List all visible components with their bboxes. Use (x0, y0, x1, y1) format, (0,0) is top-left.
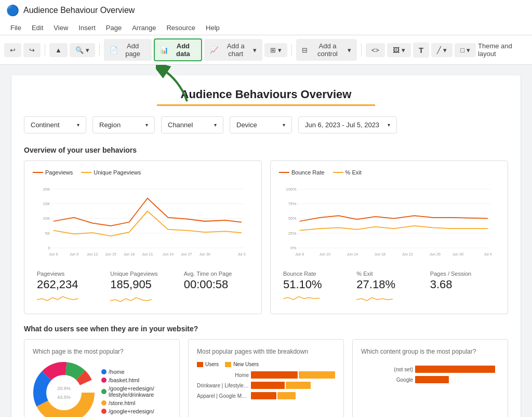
chart-chevron-icon: ▾ (253, 46, 257, 54)
legend-basket: /basket.html (101, 377, 154, 383)
exit-legend-label: % Exit (345, 169, 362, 176)
pageviews-chart-card: Pageviews Unique Pageviews 2 (24, 160, 262, 314)
svg-text:Jun 26: Jun 26 (430, 252, 441, 256)
pageviews-legend-item: Pageviews (33, 169, 73, 176)
svg-text:Jun 27: Jun 27 (181, 252, 192, 256)
svg-text:Jun 6: Jun 6 (295, 252, 304, 256)
new-users-legend-label: New Users (233, 361, 259, 367)
line-chevron-icon: ▾ (443, 46, 447, 54)
exit-metric-label: % Exit (356, 271, 421, 277)
svg-text:Jun 18: Jun 18 (375, 252, 385, 256)
svg-text:Jun 24: Jun 24 (163, 252, 174, 256)
legend-store: /store.html (101, 400, 154, 406)
svg-text:15K: 15K (43, 201, 50, 206)
pageviews-metric-label: Pageviews (37, 271, 102, 277)
avg-time-metric-label: Avg. Time on Page (184, 271, 249, 277)
menu-item-view[interactable]: View (49, 22, 72, 34)
google-label: /google+redesign/ (109, 408, 154, 414)
app-title: Audience Behaviour Overview (23, 6, 135, 15)
zoom-button[interactable]: 🔍 ▾ (70, 43, 95, 57)
image-button[interactable]: 🖼 ▾ (387, 43, 411, 57)
add-control-button[interactable]: ⊟ Add a control ▾ (296, 39, 357, 61)
text-button[interactable]: T (413, 43, 429, 58)
donut-area: 20.9% 43.5% /home /basket.html (33, 361, 171, 417)
svg-text:10K: 10K (43, 216, 50, 221)
menu-item-insert[interactable]: Insert (74, 22, 100, 34)
image-icon: 🖼 (393, 46, 400, 54)
continent-chevron-icon: ▾ (77, 122, 79, 128)
svg-text:25%: 25% (288, 231, 297, 236)
undo-button[interactable]: ↩ (4, 43, 21, 57)
svg-text:Jun 9: Jun 9 (70, 252, 78, 256)
channel-chevron-icon: ▾ (214, 122, 217, 128)
popular-pages-legend: Users New Users (197, 361, 335, 367)
menu-item-help[interactable]: Help (202, 22, 224, 34)
menu-item-page[interactable]: Page (102, 22, 126, 34)
svg-text:Jul 3: Jul 3 (237, 252, 245, 256)
add-data-button[interactable]: 📊 Add data (154, 38, 203, 61)
app-icon: 🔵 (6, 4, 19, 17)
exit-legend-item: % Exit (333, 169, 362, 176)
content-group-card: Which content group is the most popular?… (352, 339, 508, 417)
exit-metric-value: 27.18% (356, 278, 421, 291)
redo-button[interactable]: ↪ (23, 43, 41, 57)
channel-filter[interactable]: Channel ▾ (161, 116, 223, 133)
date-chevron-icon: ▾ (388, 122, 390, 128)
add-page-icon: 📄 (110, 46, 118, 54)
bounce-rate-metric: Bounce Rate 51.10% (279, 271, 352, 305)
content-group-title: Which content group is the most popular? (361, 348, 499, 355)
component-button[interactable]: ⊞ ▾ (264, 43, 287, 57)
continent-filter[interactable]: Continent ▾ (24, 116, 86, 133)
svg-text:20K: 20K (43, 187, 50, 192)
shape-chevron-icon: ▾ (467, 46, 470, 54)
bounce-rate-legend-label: Bounce Rate (291, 169, 325, 176)
cbar-notset-track (415, 366, 499, 373)
pageviews-legend-line (33, 172, 43, 173)
hbar-home-track (251, 371, 335, 379)
svg-text:0: 0 (48, 246, 50, 250)
bounce-rate-metric-value: 51.10% (283, 278, 348, 291)
donut-chart: 20.9% 43.5% (33, 361, 95, 417)
cbar-notset: (not set) (361, 366, 499, 373)
shape-icon: □ (460, 46, 464, 54)
pageviews-metric-value: 262,234 (37, 278, 102, 291)
add-page-button[interactable]: 📄 Add page (104, 39, 152, 61)
new-users-legend-box (225, 362, 231, 367)
report-title: Audience Behaviours Overview (24, 88, 508, 101)
line-button[interactable]: ╱ ▾ (431, 43, 453, 57)
add-chart-button[interactable]: 📈 Add a chart ▾ (204, 39, 262, 61)
device-filter[interactable]: Device ▾ (230, 116, 292, 133)
content-group-bars: (not set) Google (361, 366, 499, 383)
svg-text:Jun 30: Jun 30 (200, 252, 210, 256)
menu-item-edit[interactable]: Edit (28, 22, 47, 34)
svg-text:Jun 14: Jun 14 (347, 252, 358, 256)
unique-pageviews-legend-label: Unique Pageviews (94, 169, 141, 176)
date-filter[interactable]: Jun 6, 2023 - Jul 5, 2023 ▾ (298, 116, 397, 133)
menu-item-file[interactable]: File (6, 22, 25, 34)
image-chevron-icon: ▾ (402, 46, 405, 54)
shape-button[interactable]: □ ▾ (455, 43, 476, 57)
theme-layout-button[interactable]: Theme and layout (478, 42, 528, 58)
region-chevron-icon: ▾ (145, 122, 148, 128)
drinkware-label: /google+redesign/lifestyle/drinkware (109, 385, 154, 398)
cbar-google: Google (361, 376, 499, 383)
device-label: Device (236, 121, 257, 129)
code-button[interactable]: <> (366, 43, 385, 57)
menu-item-arrange[interactable]: Arrange (128, 22, 160, 34)
unique-pageviews-legend-line (81, 172, 91, 173)
svg-point-44 (46, 375, 82, 410)
main-content: Audience Behaviours Overview Continent ▾… (0, 75, 532, 417)
svg-text:Jun 15: Jun 15 (105, 252, 116, 256)
hbar-apparel: Apparel | Google Merchandise (197, 392, 335, 399)
popular-pages-card: Most popular pages with title breakdown … (188, 339, 344, 417)
section1-header: Overview of your user behaviors (24, 146, 508, 154)
menu-item-resource[interactable]: Resource (162, 22, 200, 34)
chart-row-1: Pageviews Unique Pageviews 2 (24, 160, 508, 314)
svg-text:5K: 5K (45, 231, 50, 236)
line-icon: ╱ (437, 46, 441, 54)
unique-pageviews-metric-label: Unique Pageviews (110, 271, 175, 277)
region-filter[interactable]: Region ▾ (92, 116, 155, 133)
select-tool-button[interactable]: ▲ (49, 43, 68, 57)
bounce-rate-legend-line (279, 172, 289, 173)
cbar-google-label: Google (361, 377, 413, 383)
